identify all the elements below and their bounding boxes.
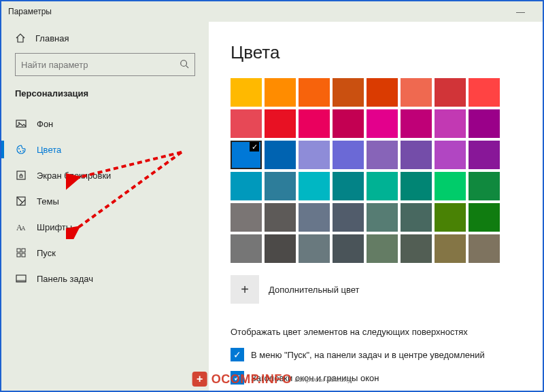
- color-swatch[interactable]: [299, 109, 330, 138]
- svg-rect-12: [17, 249, 20, 252]
- sidebar-item-4[interactable]: AAШрифты: [1, 214, 209, 240]
- sidebar-item-1[interactable]: Цвета: [1, 137, 209, 162]
- color-swatch[interactable]: [231, 78, 262, 107]
- color-swatch[interactable]: [367, 109, 398, 138]
- color-swatch[interactable]: [401, 234, 432, 263]
- page-heading: Цвета: [231, 42, 521, 63]
- color-swatch[interactable]: [435, 141, 466, 169]
- color-swatch[interactable]: [231, 234, 262, 263]
- image-icon: [15, 118, 27, 130]
- color-swatch[interactable]: [333, 78, 364, 107]
- color-swatch[interactable]: [401, 141, 432, 169]
- color-swatch[interactable]: [435, 78, 466, 107]
- sidebar-item-label: Цвета: [37, 145, 61, 155]
- sidebar-item-0[interactable]: Фон: [1, 111, 209, 137]
- color-swatch[interactable]: [265, 78, 296, 107]
- color-swatch[interactable]: [435, 234, 466, 263]
- checkmark-icon: ✓: [231, 348, 244, 361]
- color-swatch[interactable]: [265, 203, 296, 232]
- svg-line-1: [186, 65, 189, 68]
- custom-color-label: Дополнительный цвет: [269, 285, 360, 295]
- fonts-icon: AA: [15, 221, 27, 233]
- color-swatch-grid: ✓: [231, 78, 521, 263]
- taskbar-icon: [15, 272, 27, 285]
- color-swatch[interactable]: [401, 172, 432, 200]
- color-swatch[interactable]: [299, 203, 330, 232]
- search-input[interactable]: [21, 60, 180, 70]
- color-swatch[interactable]: [367, 234, 398, 263]
- sidebar-item-6[interactable]: Панель задач: [1, 266, 209, 291]
- surfaces-title: Отображать цвет элементов на следующих п…: [231, 327, 521, 337]
- home-link[interactable]: Главная: [1, 27, 209, 53]
- sidebar-nav: ФонЦветаЭкран блокировкиТемыAAШрифтыПуск…: [1, 111, 209, 291]
- home-icon: [15, 33, 26, 43]
- color-swatch[interactable]: [367, 141, 398, 169]
- section-title: Персонализация: [1, 88, 209, 105]
- color-swatch[interactable]: [435, 172, 466, 200]
- color-swatch[interactable]: [469, 203, 500, 232]
- home-label: Главная: [35, 33, 69, 43]
- color-swatch[interactable]: [265, 141, 296, 169]
- svg-rect-17: [16, 280, 26, 282]
- color-swatch[interactable]: [333, 203, 364, 232]
- color-swatch[interactable]: [401, 203, 432, 232]
- search-icon: [180, 59, 189, 71]
- sidebar: Главная Персонализация ФонЦветаЭкран бло…: [1, 22, 209, 391]
- custom-color-button[interactable]: + Дополнительный цвет: [231, 275, 521, 304]
- window-title: Параметры: [8, 7, 52, 16]
- checkmark-icon: ✓: [252, 143, 258, 152]
- color-swatch[interactable]: [367, 172, 398, 200]
- color-swatch[interactable]: [401, 78, 432, 107]
- color-swatch[interactable]: ✓: [231, 141, 262, 169]
- color-swatch[interactable]: [299, 78, 330, 107]
- watermark-tagline: вопросы админу: [294, 375, 352, 383]
- color-swatch[interactable]: [469, 234, 500, 263]
- color-swatch[interactable]: [265, 234, 296, 263]
- color-swatch[interactable]: [367, 203, 398, 232]
- color-swatch[interactable]: [469, 141, 500, 169]
- color-swatch[interactable]: [265, 172, 296, 200]
- themes-icon: [15, 195, 27, 207]
- color-swatch[interactable]: [469, 172, 500, 200]
- svg-point-4: [18, 148, 20, 149]
- color-swatch[interactable]: [333, 109, 364, 138]
- sidebar-item-3[interactable]: Темы: [1, 188, 209, 214]
- svg-rect-13: [22, 249, 25, 252]
- checkbox-label: В меню "Пуск", на панели задач и в центр…: [251, 350, 485, 360]
- color-swatch[interactable]: [265, 109, 296, 138]
- checkbox-start-taskbar[interactable]: ✓ В меню "Пуск", на панели задач и в цен…: [231, 348, 521, 361]
- sidebar-item-label: Панель задач: [37, 274, 93, 284]
- color-swatch[interactable]: [299, 141, 330, 169]
- svg-point-6: [22, 150, 24, 152]
- lock-screen-icon: [15, 169, 27, 181]
- sidebar-item-label: Пуск: [37, 248, 56, 258]
- color-swatch[interactable]: [435, 203, 466, 232]
- plus-icon: +: [231, 275, 259, 304]
- search-box[interactable]: [15, 53, 195, 76]
- watermark-brand: OCOMP.INFO: [211, 372, 292, 387]
- color-swatch[interactable]: [435, 109, 466, 138]
- window-minimize-button[interactable]: —: [505, 7, 536, 17]
- color-swatch[interactable]: [367, 78, 398, 107]
- sidebar-item-label: Экран блокировки: [37, 171, 111, 181]
- color-swatch[interactable]: [333, 141, 364, 169]
- watermark: + OCOMP.INFO вопросы админу: [192, 372, 352, 387]
- svg-rect-15: [22, 253, 25, 257]
- window-titlebar: Параметры —: [1, 1, 543, 22]
- start-icon: [15, 247, 27, 259]
- watermark-badge-icon: +: [192, 372, 207, 387]
- color-swatch[interactable]: [401, 109, 432, 138]
- sidebar-item-5[interactable]: Пуск: [1, 240, 209, 266]
- color-swatch[interactable]: [333, 172, 364, 200]
- color-swatch[interactable]: [231, 109, 262, 138]
- color-swatch[interactable]: [469, 109, 500, 138]
- svg-rect-14: [17, 253, 20, 257]
- svg-rect-8: [20, 175, 22, 177]
- color-swatch[interactable]: [299, 172, 330, 200]
- color-swatch[interactable]: [469, 78, 500, 107]
- color-swatch[interactable]: [333, 234, 364, 263]
- color-swatch[interactable]: [231, 203, 262, 232]
- color-swatch[interactable]: [231, 172, 262, 200]
- sidebar-item-2[interactable]: Экран блокировки: [1, 162, 209, 188]
- color-swatch[interactable]: [299, 234, 330, 263]
